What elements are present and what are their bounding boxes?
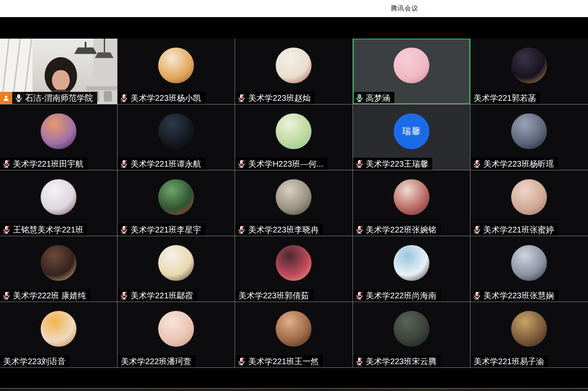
participant-label: 美术学221班李星宇 [118,224,205,236]
participant-tile[interactable]: 美术学222班尚海南 [353,236,470,302]
mic-muted-icon [2,291,11,300]
participant-tile[interactable]: 美术学221班易子渝 [470,302,588,368]
mic-muted-icon [355,357,364,366]
avatar [511,113,547,149]
mic-muted-icon [2,225,11,234]
mic-muted-icon [2,159,11,168]
participant-name: 高梦涵 [366,92,390,104]
participant-label-row: 美术学223班宋云腾 [353,355,440,367]
bottom-black-bar [0,368,588,388]
participant-name: 美术学223班李晓冉 [248,224,318,236]
participant-label-row: 美术学223班李晓冉 [235,224,322,236]
mic-muted-icon [120,291,128,300]
avatar [511,48,547,83]
participant-tile[interactable]: 美术学221班李星宇 [118,170,235,236]
participant-label: 美术学221班鄢霞 [118,289,197,302]
mic-muted-icon [473,291,481,300]
participant-label: 美术学223班杨昕瑶 [470,158,558,170]
avatar: 瑞馨 [394,113,429,149]
participant-label-row: 美术学223班杨小凯 [118,92,205,104]
avatar [276,179,311,215]
participant-tile[interactable]: 美术学222班张婉铭 [353,170,470,236]
participant-name: 美术学223班杨昕瑶 [483,158,554,170]
participant-label-row: 石洁-渭南师范学院 [0,92,97,104]
participant-tile[interactable]: 美术学222班 康婧纯 [0,236,118,302]
participant-tile[interactable]: 石洁-渭南师范学院 [0,39,118,104]
participant-label: 美术学223班李晓冉 [235,224,322,236]
avatar [394,311,429,347]
participant-tile[interactable]: 美术学223班李晓冉 [235,170,353,236]
avatar [158,179,194,215]
participant-tile[interactable]: 美术学221班田宇航 [0,104,118,170]
avatar [276,245,311,281]
participant-tile[interactable]: 美术学221班王一然 [235,302,353,368]
window-title: 腾讯会议 [391,4,418,13]
avatar [276,311,311,347]
participant-name: 美术学221班张蜜婷 [483,224,554,236]
participant-label: 美术学222班 康婧纯 [0,289,90,302]
participant-name: 美术学223王瑞馨 [366,158,428,170]
participant-tile[interactable]: 瑞馨 美术学223王瑞馨 [353,104,470,170]
participant-name: 美术学221郭若菡 [474,92,536,104]
participant-label-row: 美术学223班杨昕瑶 [470,158,558,170]
participant-name: 美术学221班田宇航 [13,158,83,170]
participant-label-row: 美术学221班张蜜婷 [470,224,558,236]
participant-label: 美术学223班宋云腾 [353,355,440,367]
participant-tile[interactable]: 美术学221班张蜜婷 [470,170,588,236]
participant-tile[interactable]: 美术学223班宋云腾 [353,302,470,368]
participant-name: 美术学222班尚海南 [366,289,436,302]
participant-name: 石洁-渭南师范学院 [25,92,93,104]
host-person-badge-icon [0,92,12,104]
mic-muted-icon [355,291,364,300]
participant-name: 美术学223班郭倩茹 [238,289,309,302]
participant-tile[interactable]: 美术学223班杨小凯 [118,39,235,104]
participant-tile[interactable]: 高梦涵 [353,39,470,104]
participant-label-row: 高梦涵 [353,92,394,104]
participant-label-row: 美术学H223班—何... [235,158,327,170]
participant-label-row: 美术学221班谭永航 [118,158,205,170]
avatar [276,48,311,83]
participant-label: 美术学223班杨小凯 [118,92,205,104]
participant-label: 美术学221郭若菡 [470,92,540,104]
avatar [41,245,76,281]
avatar [511,245,547,281]
participant-name: 美术学221班王一然 [248,355,318,367]
participant-name: 美术学222班张婉铭 [366,224,436,236]
participant-name: 美术学223班杨小凯 [131,92,201,104]
participant-tile[interactable]: 美术学223班郭倩茹 [235,236,353,302]
avatar [394,245,429,281]
participant-tile[interactable]: 王铭慧美术学221班 [0,170,118,236]
participant-label: 美术学222班潘珂萱 [118,355,195,367]
participant-label: 美术学223王瑞馨 [353,158,432,170]
mic-muted-icon [120,225,128,234]
participant-name: 美术学H223班—何... [248,158,323,170]
participant-label: 美术学223班赵灿 [235,92,314,104]
participant-label-row: 美术学221班易子渝 [470,355,548,367]
mic-muted-icon [355,225,364,234]
participant-tile[interactable]: 美术学221班谭永航 [118,104,235,170]
avatar [158,245,194,281]
mic-muted-icon [237,93,246,102]
participant-tile[interactable]: 美术学223班杨昕瑶 [470,104,588,170]
avatar [158,311,194,347]
participant-tile[interactable]: 美术学223刘语音 [0,302,118,368]
participant-tile[interactable]: 美术学H223班—何... [235,104,353,170]
participant-tile[interactable]: 美术学223班赵灿 [235,39,353,104]
participant-label: 美术学221班谭永航 [118,158,205,170]
avatar [41,179,76,215]
participant-tile[interactable]: 美术学222班潘珂萱 [118,302,235,368]
participant-name: 美术学221班易子渝 [474,355,544,367]
participant-tile[interactable]: 美术学221班鄢霞 [118,236,235,302]
participant-tile[interactable]: 美术学221郭若菡 [470,39,588,104]
mic-muted-icon [473,225,481,234]
participant-label-row: 美术学223班张慧娴 [470,289,558,302]
participant-label: 美术学H223班—何... [235,158,327,170]
participant-label-row: 王铭慧美术学221班 [0,224,87,236]
participant-tile[interactable]: 美术学223班张慧娴 [470,236,588,302]
participant-label: 美术学221班易子渝 [470,355,548,367]
mic-muted-icon [120,93,128,102]
mic-muted-icon [237,357,246,366]
participant-name: 美术学223班赵灿 [248,92,310,104]
participant-label-row: 美术学221班王一然 [235,355,322,367]
participant-label-row: 美术学222班 康婧纯 [0,289,90,302]
